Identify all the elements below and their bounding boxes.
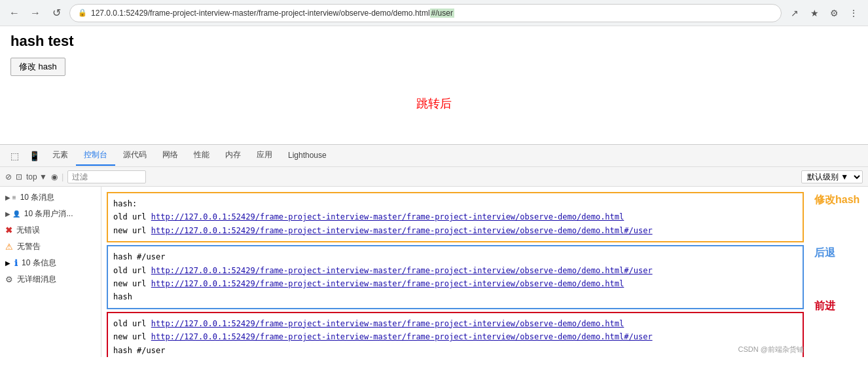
log-line-4: hash #/user	[113, 250, 797, 263]
gear-icon: ⚙	[5, 275, 13, 284]
sidebar-item-verbose[interactable]: ⚙ 无详细消息	[0, 271, 101, 288]
old-url-link-3[interactable]: http://127.0.0.1:52429/frame-project-int…	[151, 319, 624, 328]
bookmark-button[interactable]: ★	[806, 5, 822, 21]
chrome-actions: ↗ ★ ⚙ ⋮	[787, 5, 861, 21]
log-level-select[interactable]: 默认级别 ▼	[801, 170, 863, 183]
csdn-watermark: CSDN @前端杂货铺	[738, 345, 804, 354]
menu-button[interactable]: ⋮	[846, 5, 861, 21]
log-line-10: hash #/user	[113, 344, 797, 357]
right-label-back: 后退	[814, 246, 868, 260]
filter-input[interactable]	[67, 170, 146, 183]
devtools-tab-bar: ⬚ 📱 元素 控制台 源代码 网络 性能 内存 应用 Lighthouse	[0, 145, 868, 167]
reload-button[interactable]: ↺	[48, 5, 64, 21]
sidebar-info-label: 10 条信息	[22, 257, 56, 269]
tab-console[interactable]: 控制台	[76, 145, 115, 166]
log-line-7: hash	[113, 290, 797, 303]
tab-application[interactable]: 应用	[249, 145, 280, 166]
eye-button[interactable]: ◉	[51, 172, 58, 181]
log-line-6: new url http://127.0.0.1:52429/frame-pro…	[113, 277, 797, 290]
log-line-5: old url http://127.0.0.1:52429/frame-pro…	[113, 264, 797, 277]
devtools: ⬚ 📱 元素 控制台 源代码 网络 性能 内存 应用 Lighthouse ⊘ …	[0, 144, 868, 357]
modify-hash-button[interactable]: 修改 hash	[10, 58, 65, 76]
tab-elements[interactable]: 元素	[45, 145, 76, 166]
forward-button[interactable]: →	[27, 5, 43, 21]
log-block-orange: hash: old url http://127.0.0.1:52429/fra…	[107, 192, 804, 242]
sidebar-item-warnings[interactable]: ⚠ 无警告	[0, 238, 101, 255]
arrow-icon: ▶ ≡	[5, 194, 16, 201]
browser-chrome: ← → ↺ 🔒 127.0.0.1:52429/frame-project-in…	[0, 0, 868, 26]
sidebar-verbose-label: 无详细消息	[17, 274, 56, 285]
url-hash: #/user	[430, 9, 454, 18]
console-toolbar: ⊘ ⊡ top ▼ ◉ | 默认级别 ▼	[0, 167, 868, 187]
console-main: hash: old url http://127.0.0.1:52429/fra…	[101, 187, 809, 357]
sidebar-user-label: 10 条用户消...	[24, 208, 73, 219]
right-label-forward: 前进	[814, 299, 868, 313]
warning-icon: ⚠	[5, 242, 13, 252]
page-title: hash test	[10, 33, 858, 50]
sidebar-item-messages[interactable]: ▶ ≡ 10 条消息	[0, 189, 101, 206]
page-content: hash test 修改 hash 跳转后	[0, 26, 868, 144]
clear-icon2-button[interactable]: ⊡	[16, 172, 22, 181]
tab-network[interactable]: 网络	[154, 145, 186, 166]
tab-performance[interactable]: 性能	[186, 145, 217, 166]
tab-lighthouse[interactable]: Lighthouse	[280, 147, 335, 165]
log-line-9: new url http://127.0.0.1:52429/frame-pro…	[113, 330, 797, 343]
address-bar[interactable]: 🔒 127.0.0.1:52429/frame-project-intervie…	[69, 4, 782, 22]
sidebar-item-user-messages[interactable]: ▶ 👤 10 条用户消...	[0, 206, 101, 222]
top-context-selector[interactable]: top ▼	[26, 172, 47, 181]
tab-memory[interactable]: 内存	[217, 145, 249, 166]
arrow-icon-2: ▶ 👤	[5, 210, 20, 218]
log-block-blue: hash #/user old url http://127.0.0.1:524…	[107, 245, 804, 309]
sidebar-messages-label: 10 条消息	[20, 192, 55, 203]
new-url-link-1[interactable]: http://127.0.0.1:52429/frame-project-int…	[151, 226, 653, 235]
new-url-link-3[interactable]: http://127.0.0.1:52429/frame-project-int…	[151, 332, 653, 341]
tab-sources[interactable]: 源代码	[115, 145, 154, 166]
new-url-link-2[interactable]: http://127.0.0.1:52429/frame-project-int…	[151, 279, 624, 288]
log-line-2: old url http://127.0.0.1:52429/frame-pro…	[113, 210, 797, 223]
url-prefix: 127.0.0.1:52429/frame-project-interview-…	[91, 9, 430, 18]
log-line-1: hash:	[113, 197, 797, 210]
info-icon: ℹ	[14, 258, 18, 268]
old-url-link-2[interactable]: http://127.0.0.1:52429/frame-project-int…	[151, 266, 653, 275]
devtools-icon-device[interactable]: 📱	[25, 147, 43, 165]
arrow-icon-3: ▶	[5, 259, 10, 267]
share-button[interactable]: ↗	[787, 5, 803, 21]
settings-button[interactable]: ⚙	[826, 5, 842, 21]
sidebar-errors-label: 无错误	[16, 225, 40, 236]
redirect-label: 跳转后	[10, 96, 858, 111]
url-text: 127.0.0.1:52429/frame-project-interview-…	[91, 9, 773, 18]
sidebar-item-info[interactable]: ▶ ℹ 10 条信息	[0, 255, 101, 271]
console-body: ▶ ≡ 10 条消息 ▶ 👤 10 条用户消... ✖ 无错误 ⚠ 无警告 ▶ …	[0, 187, 868, 357]
sidebar-warnings-label: 无警告	[17, 241, 41, 252]
clear-console-button[interactable]: ⊘	[5, 172, 12, 181]
log-block-red: old url http://127.0.0.1:52429/frame-pro…	[107, 312, 804, 357]
log-line-3: new url http://127.0.0.1:52429/frame-pro…	[113, 224, 797, 237]
error-icon: ✖	[5, 225, 12, 235]
sidebar-item-errors[interactable]: ✖ 无错误	[0, 222, 101, 238]
devtools-icon-selector[interactable]: ⬚	[5, 147, 24, 165]
lock-icon: 🔒	[78, 9, 87, 17]
log-line-8: old url http://127.0.0.1:52429/frame-pro…	[113, 317, 797, 330]
right-labels: 修改hash 后退 前进	[809, 187, 868, 357]
console-sidebar: ▶ ≡ 10 条消息 ▶ 👤 10 条用户消... ✖ 无错误 ⚠ 无警告 ▶ …	[0, 187, 101, 357]
old-url-link-1[interactable]: http://127.0.0.1:52429/frame-project-int…	[151, 212, 624, 221]
back-button[interactable]: ←	[7, 5, 22, 21]
right-label-modify: 修改hash	[814, 193, 868, 207]
